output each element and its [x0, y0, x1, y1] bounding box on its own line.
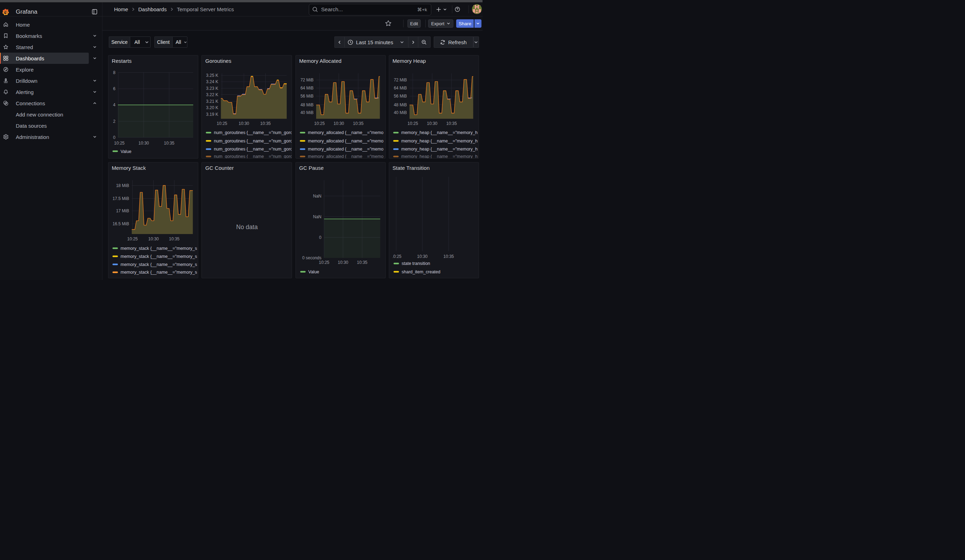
svg-text:56 MiB: 56 MiB — [394, 94, 407, 99]
svg-text:40 MiB: 40 MiB — [300, 110, 313, 115]
svg-text:memory_stack {__name__="memory: memory_stack {__name__="memory_s — [120, 270, 197, 275]
svg-text:memory_stack {__name__="memory: memory_stack {__name__="memory_s — [120, 246, 197, 250]
svg-text:Value: Value — [120, 149, 131, 154]
svg-text:memory_stack {__name__="memory: memory_stack {__name__="memory_s — [120, 262, 197, 267]
svg-text:10:25: 10:25 — [319, 260, 329, 265]
svg-text:3.21 K: 3.21 K — [206, 99, 218, 104]
svg-text:num_goroutines {__name__="num_: num_goroutines {__name__="num_gorou — [214, 147, 292, 152]
svg-text:10:30: 10:30 — [148, 237, 159, 242]
svg-text:72 MiB: 72 MiB — [300, 78, 313, 82]
svg-text:0 seconds: 0 seconds — [302, 255, 321, 260]
svg-text:3.19 K: 3.19 K — [206, 112, 218, 117]
svg-text:memory_stack {__name__="memory: memory_stack {__name__="memory_s — [120, 254, 197, 259]
svg-text:10:35: 10:35 — [357, 260, 367, 265]
svg-text:memory_allocated {__name__="me: memory_allocated {__name__="memo — [308, 147, 383, 152]
svg-text:72 MiB: 72 MiB — [394, 78, 407, 82]
svg-text:num_goroutines {__name__="num_: num_goroutines {__name__="num_gorou — [214, 130, 292, 135]
svg-text:memory_allocated {__name__="me: memory_allocated {__name__="memo — [308, 130, 383, 135]
svg-text:10:35: 10:35 — [260, 121, 271, 126]
svg-text:10:25: 10:25 — [314, 121, 325, 126]
svg-text:shard_item_created: shard_item_created — [401, 269, 440, 274]
svg-text:48 MiB: 48 MiB — [394, 103, 407, 107]
svg-text:40 MiB: 40 MiB — [394, 110, 407, 115]
svg-text:No data: No data — [236, 224, 258, 230]
svg-text:2: 2 — [113, 119, 115, 124]
svg-text:56 MiB: 56 MiB — [300, 94, 313, 99]
svg-text:memory_allocated {__name__="me: memory_allocated {__name__="memo — [308, 139, 383, 144]
svg-text:10:30: 10:30 — [334, 121, 344, 126]
svg-text:memory_heap {__name__="memory_: memory_heap {__name__="memory_h — [401, 130, 477, 135]
svg-text:3.20 K: 3.20 K — [206, 105, 218, 110]
svg-text:num_goroutines {__name__="num_: num_goroutines {__name__="num_gorou — [214, 154, 292, 158]
svg-text:10:30: 10:30 — [427, 121, 437, 126]
svg-text:17 MiB: 17 MiB — [116, 208, 129, 213]
svg-text:10:25: 10:25 — [407, 121, 418, 126]
svg-text:3.24 K: 3.24 K — [206, 79, 218, 84]
svg-text:10:30: 10:30 — [138, 141, 149, 145]
svg-text:NaN: NaN — [312, 214, 321, 219]
svg-text:64 MiB: 64 MiB — [394, 86, 407, 90]
svg-text:10:35: 10:35 — [164, 141, 174, 145]
svg-text:6: 6 — [113, 87, 115, 91]
svg-text:16.5 MiB: 16.5 MiB — [112, 221, 129, 226]
svg-text:48 MiB: 48 MiB — [300, 103, 313, 107]
svg-text:8: 8 — [113, 70, 115, 75]
svg-text:10:25: 10:25 — [216, 121, 227, 126]
svg-text:10:30: 10:30 — [338, 260, 348, 265]
svg-text:3.22 K: 3.22 K — [206, 92, 218, 97]
svg-text:memory_heap {__name__="memory_: memory_heap {__name__="memory_h — [401, 154, 477, 158]
svg-text:3.25 K: 3.25 K — [206, 73, 218, 78]
svg-text:10:25: 10:25 — [127, 237, 137, 242]
svg-text:3.23 K: 3.23 K — [206, 86, 218, 91]
svg-text:10:35: 10:35 — [353, 121, 363, 126]
svg-text:memory_heap {__name__="memory_: memory_heap {__name__="memory_h — [401, 147, 477, 152]
svg-text:NaN: NaN — [312, 193, 321, 198]
svg-text:17.5 MiB: 17.5 MiB — [112, 196, 129, 201]
svg-text:10:35: 10:35 — [446, 121, 456, 126]
svg-text:18 MiB: 18 MiB — [116, 183, 129, 188]
svg-text:0: 0 — [113, 135, 115, 140]
svg-text:10:30: 10:30 — [417, 254, 427, 259]
svg-text:memory_allocated {__name__="me: memory_allocated {__name__="memo — [308, 154, 383, 158]
svg-text:10:25: 10:25 — [114, 141, 124, 145]
svg-text:num_goroutines {__name__="num_: num_goroutines {__name__="num_gorou — [214, 139, 292, 144]
svg-text:state transition: state transition — [401, 261, 430, 266]
svg-text:10:35: 10:35 — [443, 254, 454, 259]
svg-text:0: 0 — [319, 235, 321, 240]
svg-text:Value: Value — [308, 269, 319, 274]
svg-text:10:30: 10:30 — [239, 121, 249, 126]
svg-text:memory_heap {__name__="memory_: memory_heap {__name__="memory_h — [401, 139, 477, 144]
svg-text:10:35: 10:35 — [169, 237, 179, 242]
svg-text:64 MiB: 64 MiB — [300, 86, 313, 90]
svg-text:4: 4 — [113, 103, 115, 107]
